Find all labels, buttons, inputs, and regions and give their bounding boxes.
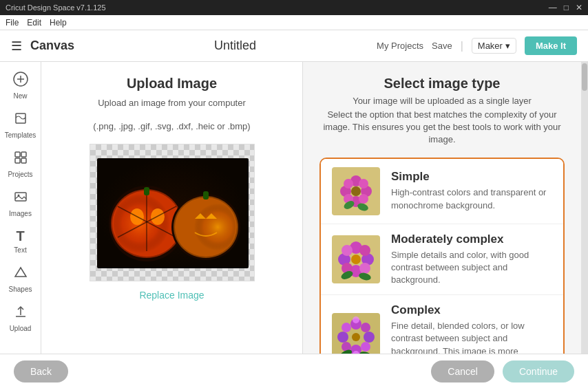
sidebar-item-images-label: Images [9,210,32,217]
close-button[interactable]: ✕ [576,3,582,12]
sidebar-item-images[interactable]: Images [0,185,41,222]
uploaded-image [97,158,249,268]
svg-rect-7 [21,158,26,163]
sidebar-item-new-label: New [13,92,27,100]
bottom-right-buttons: Cancel Continue [431,360,574,382]
sidebar-item-projects-label: Projects [8,171,32,178]
svg-rect-29 [203,191,209,200]
menu-help[interactable]: Help [50,18,67,28]
sidebar: New Templates Projects Images T Text [0,62,41,388]
sidebar-item-projects[interactable]: Projects [0,146,41,182]
make-it-button[interactable]: Make It [525,36,577,55]
sidebar-item-text-label: Text [14,246,26,254]
replace-image-button[interactable]: Replace Image [139,290,204,301]
select-subtitle: Your image will be uploaded as a single … [319,96,565,106]
option-simple-desc: High-contrast colors and transparent or … [391,186,552,211]
upload-desc2: (.png, .jpg, .gif, .svg, .dxf, .heic or … [93,120,250,133]
svg-point-48 [342,245,353,256]
option-moderate-text: Moderately complex Simple details and co… [391,233,552,287]
menu-edit[interactable]: Edit [27,18,41,28]
svg-point-39 [359,194,368,204]
svg-point-63 [361,342,370,352]
svg-point-31 [351,186,361,196]
bottom-bar: Back Cancel Continue [0,354,588,388]
app-title: Cricut Design Space v7.1.125 [6,3,106,12]
maximize-button[interactable]: □ [564,3,569,12]
option-simple-text: Simple High-contrast colors and transpar… [391,170,552,211]
chevron-down-icon: ▾ [505,41,510,51]
option-simple-thumbnail [332,167,380,215]
continue-button[interactable]: Continue [503,360,574,382]
window-controls: — □ ✕ [549,3,582,12]
cancel-button[interactable]: Cancel [431,360,494,382]
option-complex-name: Complex [391,303,552,317]
templates-icon [13,111,28,129]
image-preview [90,144,255,281]
select-section: Select image type Your image will be upl… [303,62,581,388]
svg-point-60 [342,323,351,332]
svg-point-55 [352,333,360,341]
sidebar-item-templates[interactable]: Templates [0,107,41,143]
canvas-label: Canvas [30,39,74,53]
header-left: ☰ Canvas [11,39,94,54]
minimize-button[interactable]: — [549,3,557,12]
svg-point-25 [176,197,235,257]
menu-bar: File Edit Help [0,15,588,30]
hamburger-menu-icon[interactable]: ☰ [11,39,22,54]
svg-point-61 [361,323,370,332]
maker-label: Maker [478,41,503,51]
option-moderate-desc: Simple details and color, with good cont… [391,249,552,287]
svg-rect-6 [15,158,20,163]
scrollbar-thumb[interactable] [582,63,587,91]
maker-dropdown[interactable]: Maker ▾ [472,38,516,54]
projects-icon [13,150,28,169]
sidebar-item-templates-label: Templates [5,131,36,139]
svg-point-36 [344,179,353,188]
upload-icon [13,304,28,323]
document-title: Untitled [214,39,256,52]
option-simple-name: Simple [391,170,552,184]
svg-rect-28 [144,187,149,195]
header-center: Untitled [94,39,377,53]
option-moderate-thumbnail [332,235,380,283]
select-desc: Select the option that best matches the … [319,109,565,147]
svg-point-43 [351,255,361,264]
upload-desc1: Upload an image from your computer [98,97,246,109]
sidebar-item-text[interactable]: T Text [0,224,41,258]
title-bar: Cricut Design Space v7.1.125 — □ ✕ [0,0,588,15]
option-moderate-name: Moderately complex [391,233,552,246]
new-icon [13,72,28,90]
upload-section: Upload Image Upload an image from your c… [41,62,303,388]
svg-point-51 [359,263,370,274]
menu-file[interactable]: File [6,18,19,28]
option-simple[interactable]: Simple High-contrast colors and transpar… [321,159,563,224]
my-projects-button[interactable]: My Projects [377,41,423,51]
svg-marker-10 [15,268,26,277]
shapes-icon [13,265,28,283]
svg-point-49 [359,245,370,256]
sidebar-item-shapes-label: Shapes [9,285,32,293]
svg-point-37 [359,179,368,188]
text-icon: T [16,228,24,244]
svg-point-58 [337,332,348,343]
scrollbar[interactable] [581,62,588,388]
image-type-options: Simple High-contrast colors and transpar… [319,158,565,374]
back-button[interactable]: Back [14,360,68,382]
select-title: Select image type [319,76,565,91]
svg-point-64 [353,316,359,323]
svg-point-59 [364,332,375,343]
app-body: New Templates Projects Images T Text [0,62,588,388]
sidebar-item-shapes[interactable]: Shapes [0,261,41,297]
upload-title: Upload Image [127,76,217,91]
app-header: ☰ Canvas Untitled My Projects Save | Mak… [0,30,588,62]
save-button[interactable]: Save [432,41,452,51]
header-right: My Projects Save | Maker ▾ Make It [377,36,577,55]
option-moderate[interactable]: Moderately complex Simple details and co… [321,224,563,296]
svg-rect-5 [21,152,26,157]
sidebar-item-upload[interactable]: Upload [0,300,41,336]
sidebar-item-new[interactable]: New [0,67,41,104]
sidebar-item-upload-label: Upload [10,325,32,332]
header-divider: | [461,40,463,52]
images-icon [13,189,28,208]
main-content: Upload Image Upload an image from your c… [41,62,588,388]
